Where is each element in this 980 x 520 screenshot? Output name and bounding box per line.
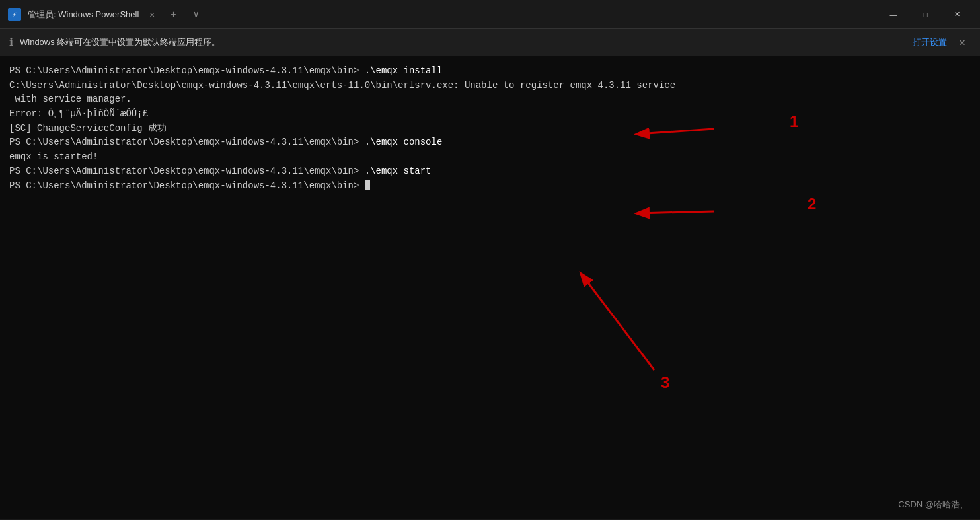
minimize-button[interactable]: — [878,4,909,25]
tab-close-button[interactable]: ✕ [145,8,159,21]
terminal-line-9: PS C:\Users\Administrator\Desktop\emqx-w… [9,179,971,194]
info-bar: ℹ Windows 终端可在设置中设置为默认终端应用程序。 打开设置 ✕ [0,29,980,56]
window-title: 管理员: Windows PowerShell [28,9,139,20]
title-bar: ⚡ 管理员: Windows PowerShell ✕ + ∨ — □ ✕ [0,0,980,29]
terminal-line-1: PS C:\Users\Administrator\Desktop\emqx-w… [9,64,971,79]
terminal-line-7: emqx is started! [9,150,971,165]
info-close-button[interactable]: ✕ [954,34,971,50]
annotation-label-2: 2 [808,195,816,213]
terminal-line-6: PS C:\Users\Administrator\Desktop\emqx-w… [9,135,971,150]
terminal-line-2: C:\Users\Administrator\Desktop\emqx-wind… [9,79,971,93]
terminal-line-5: [SC] ChangeServiceConfig 成功 [9,122,971,136]
new-tab-button[interactable]: + [165,8,181,21]
terminal-line-8: PS C:\Users\Administrator\Desktop\emqx-w… [9,165,971,179]
dropdown-button[interactable]: ∨ [188,7,204,21]
powershell-icon: ⚡ [8,8,21,21]
open-settings-link[interactable]: 打开设置 [913,36,947,48]
terminal-area[interactable]: PS C:\Users\Administrator\Desktop\emqx-w… [0,56,980,519]
info-message: Windows 终端可在设置中设置为默认终端应用程序。 [20,36,906,48]
window-controls: — □ ✕ [878,4,972,25]
ps-icon-text: ⚡ [13,11,17,19]
svg-line-2 [582,274,654,370]
maximize-button[interactable]: □ [910,4,940,25]
terminal-line-3: with service manager. [9,93,971,107]
terminal-line-4: Error: Ö¸¶¨µÄ·þÎñÒÑ´æÔÚ¡£ [9,107,971,122]
title-bar-left: ⚡ 管理员: Windows PowerShell ✕ + ∨ [8,7,878,21]
annotation-label-3: 3 [661,373,669,392]
watermark: CSDN @哈哈浩、 [898,499,968,511]
info-icon: ℹ [9,36,13,49]
svg-line-1 [638,211,714,213]
close-button[interactable]: ✕ [942,4,972,25]
